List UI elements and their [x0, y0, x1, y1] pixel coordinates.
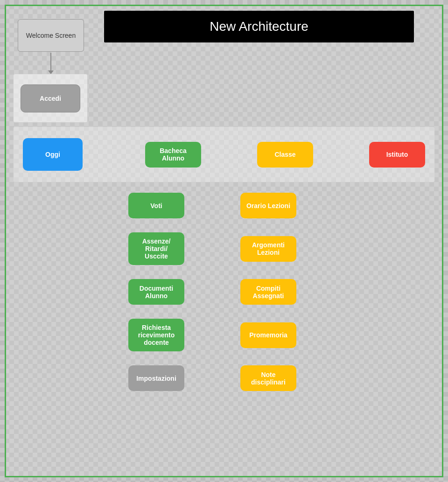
grid-row-4: Richiesta ricevimento docente Promemoria — [6, 319, 442, 351]
assenze-button[interactable]: Assenze/ Ritardi/ Usccite — [128, 232, 184, 265]
welcome-screen-label: Welcome Screen — [26, 32, 76, 39]
istituto-button[interactable]: Istituto — [369, 142, 425, 168]
voti-button[interactable]: Voti — [128, 193, 184, 218]
accedi-container: Accedi — [13, 74, 88, 123]
grid-row-3: Documenti Alunno Compiti Assegnati — [6, 279, 442, 305]
accedi-button[interactable]: Accedi — [21, 84, 80, 112]
promemoria-button[interactable]: Promemoria — [240, 322, 296, 348]
orario-lezioni-button[interactable]: Orario Lezioni — [240, 193, 296, 218]
bacheca-alunno-button[interactable]: Bacheca Alunno — [145, 142, 201, 168]
note-disciplinari-button[interactable]: Note disciplinari — [240, 365, 296, 391]
grid-row-1: Voti Orario Lezioni — [6, 193, 442, 218]
classe-button[interactable]: Classe — [257, 142, 313, 168]
grid-row-2: Assenze/ Ritardi/ Usccite Argomenti Lezi… — [6, 232, 442, 265]
arrow-welcome-to-accedi — [50, 53, 51, 71]
compiti-assegnati-button[interactable]: Compiti Assegnati — [240, 279, 296, 305]
main-row: Oggi Bacheca Alunno Classe Istituto — [13, 126, 435, 182]
items-grid: Voti Orario Lezioni Assenze/ Ritardi/ Us… — [6, 193, 442, 405]
page-title: New Architecture — [104, 11, 414, 42]
argomenti-lezioni-button[interactable]: Argomenti Lezioni — [240, 236, 296, 262]
documenti-alunno-button[interactable]: Documenti Alunno — [128, 279, 184, 305]
grid-row-5: Impostazioni Note disciplinari — [6, 365, 442, 391]
richiesta-ricevimento-button[interactable]: Richiesta ricevimento docente — [128, 319, 184, 351]
welcome-screen-node[interactable]: Welcome Screen — [18, 19, 84, 52]
oggi-button[interactable]: Oggi — [23, 138, 83, 171]
impostazioni-button[interactable]: Impostazioni — [128, 365, 184, 391]
